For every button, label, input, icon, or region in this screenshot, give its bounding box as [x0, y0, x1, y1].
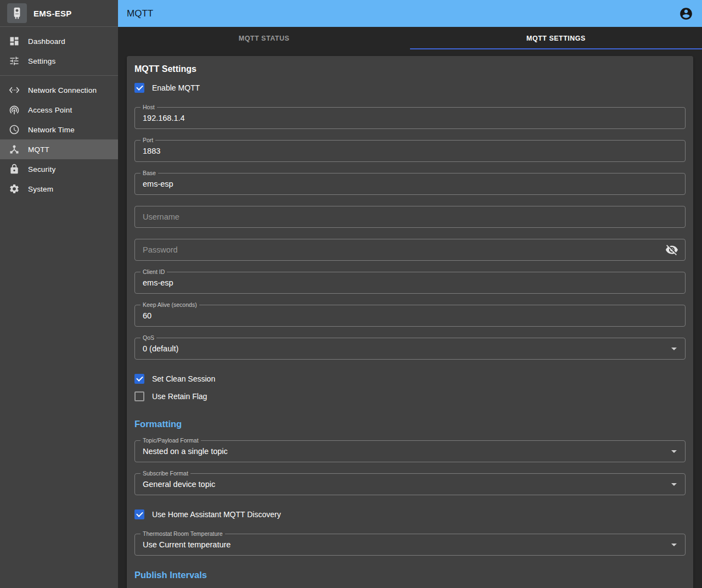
base-field-label: Base — [141, 170, 158, 177]
thermostat-room-temp-select-label: Thermostat Room Temperature — [141, 530, 225, 537]
appbar: MQTT — [118, 0, 702, 27]
host-field-label: Host — [141, 104, 157, 111]
port-input[interactable] — [135, 141, 685, 161]
tab-bar: MQTT STATUS MQTT SETTINGS — [118, 27, 702, 49]
sidebar-item-label: Settings — [28, 57, 55, 65]
keep-alive-field: Keep Alive (seconds) — [134, 305, 686, 327]
client-id-input[interactable] — [135, 272, 685, 293]
wifi-tethering-icon — [9, 104, 20, 115]
base-input[interactable] — [135, 173, 685, 194]
retain-flag-label: Use Retain Flag — [152, 392, 207, 401]
ethernet-icon — [9, 85, 20, 96]
sidebar-item-security[interactable]: Security — [0, 159, 118, 179]
clock-icon — [9, 124, 20, 135]
app-root: EMS-ESP Dashboard Settings Network — [0, 0, 702, 588]
sidebar-nav: Dashboard Settings Network Connection — [0, 27, 118, 199]
publish-intervals-section-heading: Publish Intervals — [134, 570, 686, 580]
mqtt-settings-card: MQTT Settings Enable MQTT Host Port Base — [127, 56, 693, 588]
enable-mqtt-label: Enable MQTT — [152, 83, 200, 92]
sidebar-item-label: Network Time — [28, 126, 75, 134]
sidebar-divider — [0, 75, 118, 76]
clean-session-checkbox-row[interactable]: Set Clean Session — [134, 371, 686, 387]
client-id-field: Client ID — [134, 272, 686, 294]
sidebar-item-label: MQTT — [28, 145, 49, 154]
client-id-field-label: Client ID — [141, 268, 167, 276]
sidebar-item-mqtt[interactable]: MQTT — [0, 139, 118, 159]
boiler-device-icon — [7, 3, 27, 23]
retain-flag-checkbox-row[interactable]: Use Retain Flag — [134, 388, 686, 405]
account-circle-icon[interactable] — [679, 7, 693, 21]
topic-format-select-value: Nested on a single topic — [135, 447, 667, 456]
lock-icon — [9, 164, 20, 175]
thermostat-room-temp-select-value: Use Current temperature — [135, 540, 667, 549]
sidebar-item-access-point[interactable]: Access Point — [0, 100, 118, 120]
gear-icon — [9, 183, 20, 194]
sidebar-item-label: System — [28, 185, 53, 193]
enable-mqtt-checkbox-row[interactable]: Enable MQTT — [134, 80, 686, 96]
form-title: MQTT Settings — [134, 64, 686, 74]
app-title: EMS-ESP — [33, 9, 72, 18]
port-field: Port — [134, 140, 686, 162]
qos-select[interactable]: QoS 0 (default) — [134, 338, 686, 360]
qos-select-label: QoS — [141, 334, 156, 341]
main-column: MQTT MQTT STATUS MQTT SETTINGS MQTT Sett… — [118, 0, 702, 588]
sidebar-item-network-time[interactable]: Network Time — [0, 120, 118, 139]
keep-alive-input[interactable] — [135, 305, 685, 326]
dropdown-caret-icon — [667, 538, 681, 551]
tab-mqtt-status[interactable]: MQTT STATUS — [118, 27, 410, 49]
subscribe-format-select[interactable]: Subscribe Format General device topic — [134, 473, 686, 495]
host-input[interactable] — [135, 108, 685, 128]
password-input[interactable] — [135, 239, 665, 260]
password-field — [134, 239, 686, 261]
dashboard-icon — [9, 36, 20, 47]
content-area: MQTT Settings Enable MQTT Host Port Base — [118, 49, 702, 588]
subscribe-format-select-value: General device topic — [135, 480, 667, 489]
clean-session-checkbox[interactable] — [134, 374, 144, 384]
qos-select-value: 0 (default) — [135, 344, 667, 353]
sidebar-item-label: Network Connection — [28, 86, 97, 94]
base-field: Base — [134, 173, 686, 195]
sidebar-item-network-connection[interactable]: Network Connection — [0, 80, 118, 100]
sidebar-item-system[interactable]: System — [0, 179, 118, 199]
device-hub-icon — [9, 144, 20, 155]
sidebar-item-label: Security — [28, 165, 55, 173]
ha-discovery-label: Use Home Assistant MQTT Discovery — [152, 510, 281, 519]
dropdown-caret-icon — [667, 478, 681, 491]
retain-flag-checkbox[interactable] — [134, 391, 144, 401]
dropdown-caret-icon — [667, 445, 681, 458]
port-field-label: Port — [141, 137, 155, 144]
host-field: Host — [134, 107, 686, 129]
sidebar-header: EMS-ESP — [0, 0, 118, 27]
sidebar-item-label: Access Point — [28, 106, 72, 114]
dropdown-caret-icon — [667, 342, 681, 355]
sidebar-item-label: Dashboard — [28, 37, 65, 46]
sidebar-item-dashboard[interactable]: Dashboard — [0, 31, 118, 51]
tab-mqtt-settings[interactable]: MQTT SETTINGS — [410, 27, 702, 49]
page-title: MQTT — [127, 8, 153, 19]
tune-icon — [9, 55, 20, 66]
thermostat-room-temp-select[interactable]: Thermostat Room Temperature Use Current … — [134, 534, 686, 556]
topic-format-select-label: Topic/Payload Format — [141, 437, 201, 444]
clean-session-label: Set Clean Session — [152, 374, 215, 383]
ha-discovery-checkbox-row[interactable]: Use Home Assistant MQTT Discovery — [134, 506, 686, 523]
sidebar: EMS-ESP Dashboard Settings Network — [0, 0, 118, 588]
visibility-off-icon[interactable] — [665, 243, 678, 256]
keep-alive-field-label: Keep Alive (seconds) — [141, 301, 199, 309]
username-input[interactable] — [135, 206, 685, 227]
sidebar-item-settings[interactable]: Settings — [0, 51, 118, 71]
subscribe-format-select-label: Subscribe Format — [141, 470, 190, 477]
ha-discovery-checkbox[interactable] — [134, 509, 144, 519]
username-field — [134, 206, 686, 228]
topic-format-select[interactable]: Topic/Payload Format Nested on a single … — [134, 440, 686, 462]
formatting-section-heading: Formatting — [134, 419, 686, 429]
enable-mqtt-checkbox[interactable] — [134, 83, 144, 93]
